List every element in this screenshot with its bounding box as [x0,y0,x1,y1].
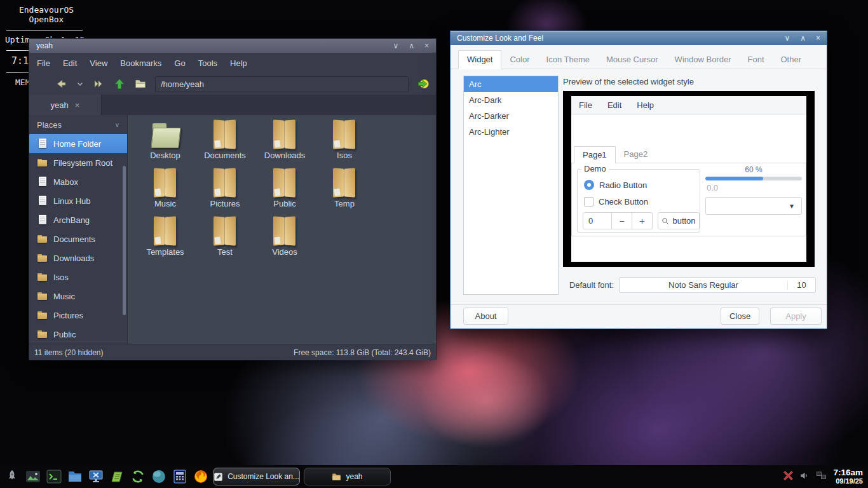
forward-icon[interactable] [92,78,105,90]
file-item[interactable]: Videos [255,215,315,264]
file-item[interactable]: Desktop [135,119,195,167]
dialog-tab[interactable]: Widget [458,50,501,69]
remote-desktop-icon[interactable] [87,468,104,485]
about-button[interactable]: About [463,308,508,325]
file-item[interactable]: Temp [315,167,374,215]
file-item[interactable]: Test [195,215,255,264]
calculator-icon[interactable] [171,468,188,485]
fm-menu-item[interactable]: Go [168,55,191,72]
dialog-tab[interactable]: Color [501,51,538,69]
task-label: yeah [346,472,362,481]
dialog-tab[interactable]: Mouse Cursor [598,51,667,69]
maximize-icon[interactable]: ∧ [409,42,414,50]
float-spin-value[interactable]: 0.0 [705,183,802,193]
sidebar-scrollbar[interactable] [123,166,126,315]
conky-divider [6,30,83,30]
globe-icon[interactable] [150,468,167,485]
theme-list-item[interactable]: Arc [464,76,558,92]
close-icon[interactable]: × [816,34,820,42]
folder-icon [271,120,299,149]
sidebar-item[interactable]: Documents [29,229,127,248]
preview-menu-item[interactable]: Edit [600,100,629,110]
theme-list-item[interactable]: Arc-Dark [464,92,558,108]
up-icon[interactable] [113,78,126,90]
preview-menu-item[interactable]: Help [629,100,661,110]
file-item[interactable]: Music [135,167,195,215]
folder-icon[interactable] [134,78,147,90]
file-item[interactable]: Downloads [255,119,315,167]
back-icon[interactable] [55,78,68,90]
file-manager-icon[interactable] [66,468,83,485]
sidebar-item[interactable]: ArchBang [29,210,127,229]
font-select-button[interactable]: Noto Sans Regular 10 [619,277,816,293]
fm-menu-item[interactable]: View [83,55,114,72]
sync-icon[interactable] [129,468,146,485]
kill-icon[interactable] [783,470,794,484]
address-bar-input[interactable] [155,76,409,92]
firefox-icon[interactable] [192,468,209,485]
fm-menu-item[interactable]: Edit [57,55,83,72]
fm-tab-yeah[interactable]: yeah × [29,95,102,115]
fm-menu-item[interactable]: Tools [192,55,224,72]
notes-icon[interactable] [108,468,125,485]
fm-menu-item[interactable]: Help [224,55,254,72]
file-item[interactable]: Pictures [195,167,255,215]
sidebar-item[interactable]: Linux Hub [29,191,127,210]
close-button[interactable]: Close [721,308,759,325]
sidebar-item[interactable]: Filesystem Root [29,153,127,172]
apply-button[interactable]: Apply [770,308,822,325]
file-item[interactable]: Public [255,167,315,215]
minimize-icon[interactable]: ∨ [784,34,790,42]
rocket-icon[interactable] [3,468,20,485]
history-chevron-icon[interactable] [76,80,84,88]
font-size[interactable]: 10 [787,280,815,290]
file-item[interactable]: Isos [315,119,374,167]
file-item[interactable]: Documents [195,119,255,167]
task-label: Customize Look an... [227,472,299,481]
spin-plus-button[interactable]: + [632,212,653,229]
combobox[interactable]: ▼ [705,197,802,215]
checkbox-icon[interactable] [584,197,593,207]
sidebar-item[interactable]: Mabox [29,172,127,191]
sidebar-item[interactable]: Music [29,287,127,306]
taskbar-task-yeah[interactable]: yeah [304,468,391,485]
sidebar-item[interactable]: Downloads [29,248,127,268]
dialog-tab[interactable]: Icon Theme [538,51,598,69]
fm-menu-item[interactable]: Bookmarks [114,55,168,72]
sidebar-item[interactable]: Pictures [29,306,127,325]
theme-list-item[interactable]: Arc-Darker [464,108,558,124]
theme-list-item[interactable]: Arc-Lighter [464,124,558,140]
dialog-tab[interactable]: Window Border [667,51,740,69]
lx-titlebar[interactable]: Customize Look and Feel ∨ ∧ × [451,31,827,45]
radio-button-icon[interactable] [584,180,594,190]
places-header[interactable]: Places ∨ [29,115,127,134]
check-button-row[interactable]: Check Button [584,197,648,207]
sidebar-item[interactable]: Isos [29,268,127,287]
spinbox-value[interactable]: 0 [583,212,612,229]
dialog-tab[interactable]: Other [773,51,810,69]
tab-close-icon[interactable]: × [75,100,80,110]
minimize-icon[interactable]: ∨ [393,42,398,50]
sidebar-item[interactable]: Public [29,325,127,344]
dialog-tab[interactable]: Font [739,51,772,69]
preview-menu-item[interactable]: File [571,100,600,110]
preview-tab[interactable]: Page1 [574,146,616,164]
maximize-icon[interactable]: ∧ [800,34,806,42]
image-viewer-icon[interactable] [24,468,41,485]
network-icon[interactable] [816,470,827,484]
fm-menu-item[interactable]: File [31,55,57,72]
taskbar-clock[interactable]: 7:16am 09/19/25 [833,468,863,485]
close-icon[interactable]: × [424,42,429,50]
volume-icon[interactable] [799,470,810,484]
preview-tab[interactable]: Page2 [616,146,656,164]
fm-titlebar[interactable]: yeah ∨ ∧ × [29,39,436,53]
go-icon[interactable] [417,78,430,90]
radio-button-row[interactable]: Radio Button [584,180,647,190]
terminal-icon[interactable] [45,468,62,485]
file-item[interactable]: Templates [135,215,195,264]
chevron-down-icon[interactable]: ∨ [115,121,119,128]
spin-minus-button[interactable]: − [612,212,632,229]
demo-button[interactable]: button [658,212,700,229]
taskbar-task-customize[interactable]: Customize Look an... [213,468,300,485]
sidebar-item[interactable]: Home Folder [29,134,127,153]
